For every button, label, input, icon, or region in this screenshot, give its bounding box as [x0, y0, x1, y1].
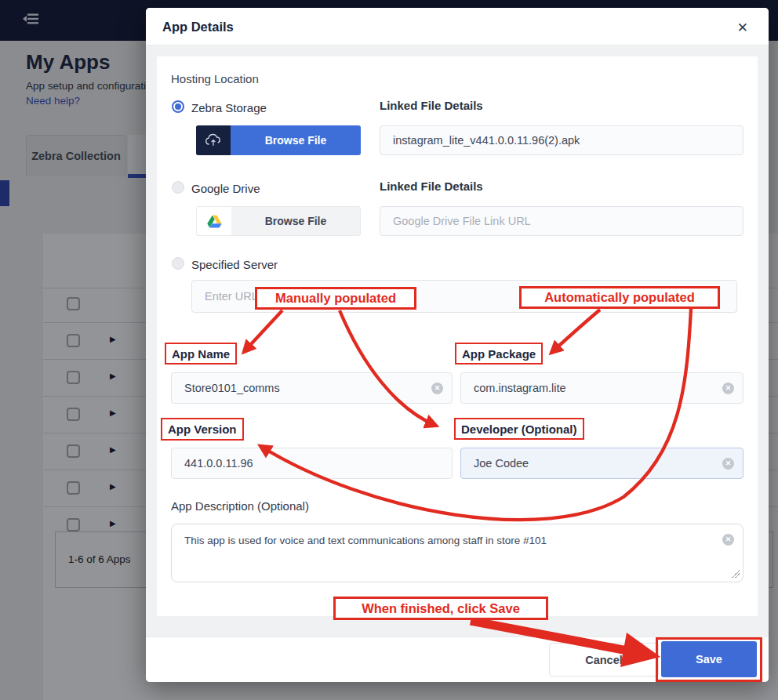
app-name-field-wrap: ✕ [171, 372, 453, 404]
app-package-input[interactable] [460, 372, 743, 404]
clear-field-icon[interactable]: ✕ [722, 534, 734, 546]
app-version-field-wrap [171, 448, 453, 479]
linked-file-details-label-1: Linked File Details [380, 99, 483, 112]
annotation-automatically-populated: Automatically populated [519, 286, 720, 309]
app-version-label: App Version [161, 418, 244, 441]
clear-field-icon[interactable]: ✕ [722, 458, 734, 470]
hosting-location-label: Hosting Location [171, 72, 259, 85]
annotation-save-highlight-box [656, 637, 762, 682]
app-name-input[interactable] [171, 372, 453, 404]
developer-field-wrap: ✕ [460, 448, 743, 479]
annotation-manually-populated: Manually populated [255, 287, 416, 310]
radio-specified-server[interactable] [172, 257, 184, 270]
radio-label-google-drive: Google Drive [191, 182, 260, 195]
radio-label-zebra-storage: Zebra Storage [191, 101, 267, 114]
cancel-button[interactable]: Cancel [549, 643, 659, 676]
app-package-field-wrap: ✕ [460, 372, 743, 404]
browse-file-button-zebra[interactable]: Browse File [196, 125, 361, 155]
gdrive-link-field-wrap [380, 206, 743, 236]
description-field-wrap: This app is used for voice and text comm… [171, 524, 743, 582]
app-description-label: App Description (Optional) [171, 499, 309, 513]
clear-field-icon[interactable]: ✕ [431, 383, 443, 394]
radio-zebra-storage[interactable] [172, 100, 184, 113]
clear-field-icon[interactable]: ✕ [722, 383, 734, 394]
annotation-save-note: When finished, click Save [333, 597, 548, 620]
app-description-textarea[interactable]: This app is used for voice and text comm… [171, 524, 743, 582]
browse-file-label: Browse File [231, 207, 360, 235]
radio-label-specified-server: Specified Server [191, 258, 278, 271]
cloud-upload-icon [196, 125, 231, 155]
close-icon[interactable]: ✕ [736, 18, 750, 38]
screen: My Apps App setup and configuration Need… [0, 0, 778, 700]
google-drive-icon [197, 207, 231, 235]
gdrive-link-input[interactable] [380, 206, 743, 236]
linked-file-details-label-2: Linked File Details [380, 180, 483, 193]
radio-google-drive[interactable] [172, 181, 184, 194]
linked-file-input-zebra[interactable] [380, 125, 743, 155]
app-version-input[interactable] [171, 448, 453, 479]
developer-label: Developer (Optional) [454, 418, 584, 440]
resize-handle[interactable] [732, 570, 740, 578]
browse-file-label: Browse File [231, 125, 361, 155]
modal-header: App Details ✕ [146, 8, 769, 45]
app-details-modal: App Details ✕ Hosting Location Zebra Sto… [146, 8, 769, 682]
app-package-label: App Package [455, 343, 543, 365]
app-name-label: App Name [165, 343, 237, 365]
linked-file-field-wrap [380, 125, 743, 155]
developer-input[interactable] [460, 448, 743, 479]
modal-title: App Details [162, 20, 234, 34]
browse-file-button-gdrive[interactable]: Browse File [196, 206, 361, 236]
